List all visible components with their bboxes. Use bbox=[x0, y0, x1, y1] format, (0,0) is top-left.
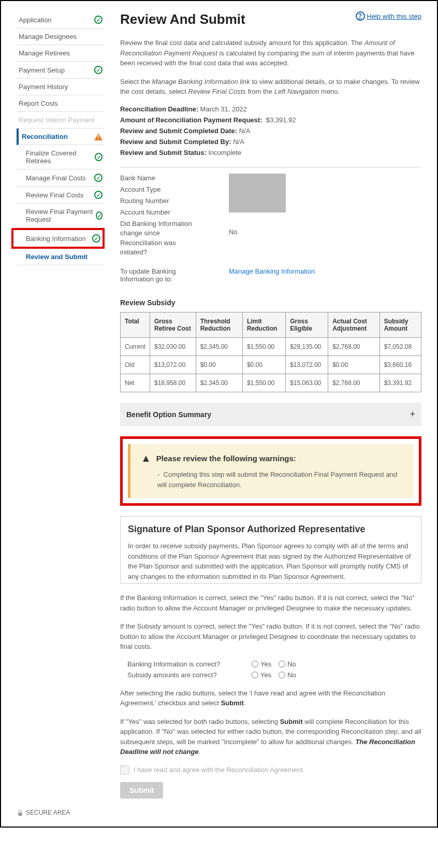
sidebar-item-label: Review Final Costs bbox=[26, 191, 83, 199]
signature-scroll-box[interactable]: Signature of Plan Sponsor Authorized Rep… bbox=[120, 516, 421, 584]
routing-number-label: Routing Number bbox=[120, 196, 198, 206]
th-gross-eligible: Gross Eligible bbox=[286, 312, 328, 338]
plus-icon: + bbox=[410, 409, 415, 420]
th-actual-cost-adjustment: Actual Cost Adjustment bbox=[328, 312, 380, 338]
table-row: Old$13,072.00$0.00$0.00$13,072.00$0.00$3… bbox=[121, 356, 421, 374]
manage-banking-link[interactable]: Manage Banking Information bbox=[229, 267, 315, 283]
sidebar-item-review-and-submit[interactable]: Review and Submit bbox=[17, 249, 105, 265]
amount-value: $3,391.92 bbox=[266, 116, 296, 124]
post-p2: If "Yes" was selected for both radio but… bbox=[120, 717, 421, 757]
sidebar-item-label: Review Final Payment Request bbox=[26, 208, 96, 223]
sidebar-item-label: Report Costs bbox=[19, 99, 58, 107]
warning-icon: ▲ bbox=[141, 452, 151, 464]
warning-box: ▲Please review the following warnings: -… bbox=[128, 444, 414, 498]
check-icon bbox=[95, 153, 103, 161]
banking-correct-yes-radio[interactable] bbox=[252, 661, 258, 667]
banking-correct-label: Banking Information is correct? bbox=[127, 660, 252, 668]
sidebar-item-request-interim-payment: Request Interim Payment bbox=[17, 112, 105, 129]
sidebar-item-label: Manage Retirees bbox=[19, 49, 70, 57]
intro-p2: Select the Manage Banking Information li… bbox=[120, 77, 421, 97]
check-icon bbox=[92, 234, 100, 243]
bank-section: Bank Name Account Type Routing Number Ac… bbox=[120, 167, 421, 258]
sidebar-item-manage-designees[interactable]: Manage Designees bbox=[17, 29, 105, 45]
sidebar-item-finalize-covered-retirees[interactable]: Finalize Covered Retirees bbox=[17, 145, 105, 169]
info-list: Reconciliation Deadline: March 31, 2022 … bbox=[120, 105, 421, 156]
sidebar-item-label: Banking Information bbox=[26, 235, 86, 243]
sidebar-item-application[interactable]: Application bbox=[17, 11, 105, 29]
signature-body: In order to receive subsidy payments, Pl… bbox=[128, 541, 414, 581]
subsidy-table: Total Gross Retiree Cost Threshold Reduc… bbox=[120, 312, 421, 392]
table-row: Net$18,958.00$2,345.00$1,550.00$15,063.0… bbox=[121, 374, 421, 392]
sidebar-item-label: Application bbox=[19, 16, 52, 24]
sidebar-item-label: Finalize Covered Retirees bbox=[26, 149, 95, 165]
warning-highlight-box: ▲Please review the following warnings: -… bbox=[120, 436, 421, 506]
bank-change-label: Did Banking Information change since Rec… bbox=[120, 219, 198, 257]
check-icon bbox=[94, 66, 103, 74]
check-icon bbox=[96, 211, 103, 220]
banking-correct-no-radio[interactable] bbox=[279, 661, 285, 667]
warning-title: Please review the following warnings: bbox=[156, 454, 296, 463]
benefit-option-summary-accordion[interactable]: Benefit Option Summary + bbox=[120, 403, 421, 426]
bank-change-value: No bbox=[229, 228, 286, 236]
sidebar-item-manage-final-costs[interactable]: Manage Final Costs bbox=[17, 169, 105, 187]
sidebar-item-label: Reconciliation bbox=[22, 133, 68, 140]
submit-button[interactable]: Submit bbox=[120, 782, 163, 799]
intro-p1: Review the final cost data and calculate… bbox=[120, 38, 421, 68]
deadline-value: March 31, 2022 bbox=[200, 105, 247, 113]
sidebar-item-label: Manage Final Costs bbox=[26, 174, 86, 182]
instruction-p1: If the Banking Information is correct, s… bbox=[120, 593, 421, 613]
warning-item: - Completing this step will submit the R… bbox=[157, 469, 403, 490]
completed-by-label: Review and Submit Completed By: bbox=[120, 138, 231, 146]
help-link[interactable]: ? Help with this step bbox=[356, 11, 422, 21]
sidebar-item-payment-setup[interactable]: Payment Setup bbox=[17, 62, 105, 79]
page-title: Review And Submit bbox=[120, 11, 245, 27]
completed-by-value: N/A bbox=[233, 138, 244, 146]
sidebar-item-review-final-costs[interactable]: Review Final Costs bbox=[17, 187, 105, 204]
sidebar-item-label: Payment History bbox=[19, 83, 68, 91]
accordion-title: Benefit Option Summary bbox=[126, 410, 211, 419]
sidebar-item-payment-history[interactable]: Payment History bbox=[17, 79, 105, 95]
update-banking-label: To update Banking Information go to: bbox=[120, 267, 198, 283]
agree-label: I have read and agree with the Reconcili… bbox=[134, 766, 304, 774]
secure-area-footer: SECURE AREA bbox=[17, 809, 421, 816]
th-threshold-reduction: Threshold Reduction bbox=[196, 312, 242, 338]
redacted-block bbox=[229, 174, 286, 212]
completed-date-label: Review and Submit Completed Date: bbox=[120, 127, 237, 135]
th-limit-reduction: Limit Reduction bbox=[242, 312, 285, 338]
sidebar-item-label: Manage Designees bbox=[19, 33, 77, 40]
th-gross-retiree-cost: Gross Retiree Cost bbox=[150, 312, 196, 338]
bank-name-label: Bank Name bbox=[120, 174, 198, 183]
instruction-p2: If the Subsidy amount is correct, select… bbox=[120, 621, 421, 652]
check-icon bbox=[94, 191, 103, 199]
amount-label: Amount of Reconciliation Payment Request… bbox=[120, 116, 262, 124]
subsidy-correct-no-radio[interactable] bbox=[279, 672, 285, 678]
account-number-label: Account Number bbox=[120, 208, 198, 217]
sidebar-item-label: Payment Setup bbox=[19, 66, 65, 74]
th-total: Total bbox=[121, 312, 150, 338]
sidebar-item-label: Review and Submit bbox=[26, 253, 87, 261]
lock-icon bbox=[17, 809, 24, 816]
agree-checkbox[interactable] bbox=[120, 765, 129, 775]
sidebar-item-review-final-payment-request[interactable]: Review Final Payment Request bbox=[17, 204, 105, 228]
sidebar-item-manage-retirees[interactable]: Manage Retirees bbox=[17, 45, 105, 62]
sidebar-item-reconciliation[interactable]: Reconciliation bbox=[17, 129, 105, 145]
sidebar-item-banking-information[interactable]: Banking Information bbox=[11, 228, 105, 249]
check-icon bbox=[94, 174, 103, 182]
subsidy-correct-yes-radio[interactable] bbox=[252, 672, 258, 678]
deadline-label: Reconciliation Deadline: bbox=[120, 105, 198, 113]
help-icon: ? bbox=[356, 11, 365, 21]
table-row: Current$32,030.00$2,345.00$1,550.00$28,1… bbox=[121, 338, 421, 356]
subsidy-correct-label: Subsidy amounts are correct? bbox=[127, 671, 252, 679]
content: Review And Submit ? Help with this step … bbox=[120, 11, 421, 799]
check-icon bbox=[94, 16, 103, 24]
warning-icon bbox=[94, 133, 103, 140]
sidebar: Application Manage Designees Manage Reti… bbox=[17, 11, 105, 799]
completed-date-value: N/A bbox=[239, 127, 251, 135]
sidebar-item-report-costs[interactable]: Report Costs bbox=[17, 95, 105, 112]
help-label: Help with this step bbox=[367, 12, 422, 20]
signature-title: Signature of Plan Sponsor Authorized Rep… bbox=[128, 524, 414, 535]
th-subsidy-amount: Subsidy Amount bbox=[379, 312, 421, 338]
sidebar-item-label: Request Interim Payment bbox=[19, 116, 95, 124]
status-label: Review and Submit Status: bbox=[120, 149, 207, 156]
account-type-label: Account Type bbox=[120, 185, 198, 194]
